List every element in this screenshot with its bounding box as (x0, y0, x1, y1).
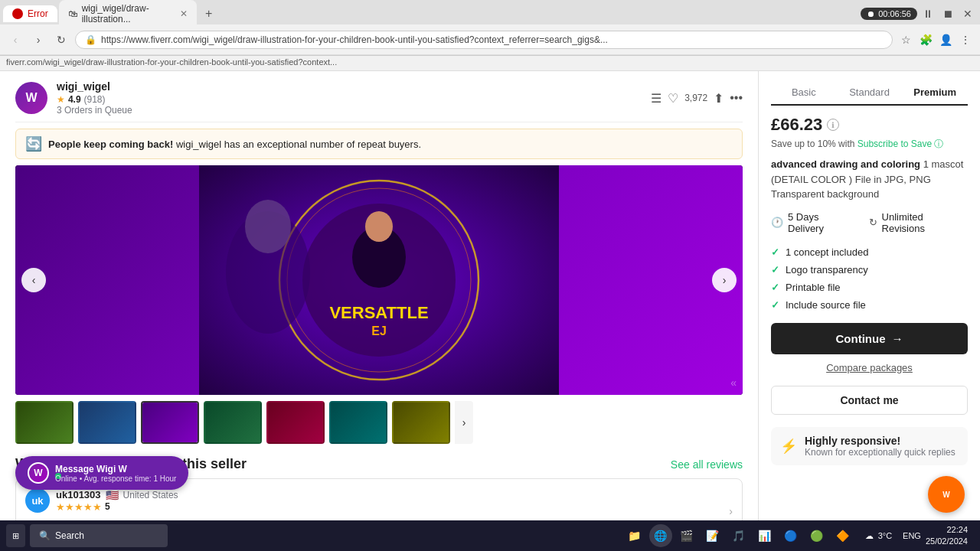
subscribe-to-save-link[interactable]: Subscribe to Save (858, 139, 932, 149)
wondershare-badge[interactable]: W (928, 476, 965, 513)
thumbnail-5[interactable] (266, 401, 325, 444)
taskbar: ⊞ 🔍 Search 📁 🌐 🎬 📝 🎵 📊 🔵 🟢 🔶 ☁ 3°C ENG 2… (0, 520, 980, 551)
package-description: advanced drawing and coloring 1 mascot (… (771, 157, 968, 202)
review-avatar: uk (25, 488, 50, 513)
status-bar: fiverr.com/wigi_wigel/draw-illustration-… (0, 56, 980, 71)
revisions-text: Unlimited Revisions (882, 211, 968, 234)
more-options-icon[interactable]: ••• (730, 91, 743, 105)
message-info: Message Wigi W Online • Avg. response ti… (55, 464, 176, 483)
watermark: « (730, 377, 737, 389)
review-rating: 5 (105, 501, 110, 512)
lightning-icon: ⚡ (780, 438, 797, 455)
bookmark-star-icon[interactable]: ☆ (897, 31, 914, 48)
feature-source: ✓ Include source file (771, 296, 968, 314)
thumbnail-3[interactable] (141, 401, 199, 444)
thumbnail-7[interactable] (392, 401, 450, 444)
seller-initials: W (25, 91, 37, 105)
taskbar-chrome-icon[interactable]: 🌐 (649, 524, 672, 547)
message-status: Online • Avg. response time: 1 Hour (55, 474, 176, 483)
banner-bold-text: People keep coming back! (48, 139, 173, 150)
feature-4-label: Include source file (786, 299, 866, 311)
seller-info-row: W wigi_wigel ★ 4.9 (918) 3 Orders in Que… (15, 71, 743, 122)
price-info-icon[interactable]: ℹ (827, 119, 839, 131)
check-icon-4: ✓ (771, 299, 779, 311)
window-close-btn[interactable]: ✕ (959, 5, 977, 23)
save-question-mark: ⓘ (934, 139, 943, 149)
likes-count: 3,972 (684, 93, 707, 103)
date-text: 25/02/2024 (926, 536, 968, 547)
menu-icon[interactable]: ☰ (651, 91, 662, 106)
browser-tab-error[interactable]: Error (3, 5, 57, 22)
like-icon[interactable]: ♡ (668, 91, 678, 106)
responsive-badge: ⚡ Highly responsive! Known for exception… (771, 427, 968, 465)
compare-packages-link[interactable]: Compare packages (771, 362, 968, 373)
taskbar-app-3-icon[interactable]: 📊 (753, 524, 776, 547)
toolbar-icons: ☆ 🧩 👤 ⋮ (897, 31, 974, 48)
seller-review-count: (918) (83, 94, 105, 105)
taskbar-media-icon[interactable]: 🎬 (675, 524, 698, 547)
user-profile-icon[interactable]: 👤 (937, 31, 954, 48)
browser-tab-main[interactable]: 🛍 wigi_wigel/draw-illustration... ✕ (59, 0, 197, 28)
system-tray: ☁ 3°C ENG 22:24 25/02/2024 (859, 524, 974, 548)
tab-close-icon[interactable]: ✕ (180, 8, 188, 19)
taskbar-pinned-icons: 📁 🌐 🎬 📝 🎵 📊 🔵 🟢 🔶 (623, 524, 854, 547)
thumbnail-2[interactable] (78, 401, 136, 444)
taskbar-app-2-icon[interactable]: 🎵 (727, 524, 750, 547)
feature-1-label: 1 concept included (786, 246, 868, 258)
thumbnail-next-button[interactable]: › (455, 401, 473, 444)
review-username-row: uk101303 🇺🇸 United States (56, 489, 178, 501)
message-avatar: W (28, 462, 49, 484)
review-next-arrow[interactable]: › (729, 505, 733, 517)
taskbar-app-4-icon[interactable]: 🔵 (779, 524, 802, 547)
pause-btn[interactable]: ⏸ (919, 5, 937, 23)
seller-meta: wigi_wigel ★ 4.9 (918) 3 Orders in Queue (57, 80, 642, 116)
review-flag: 🇺🇸 (106, 489, 119, 501)
back-button[interactable]: ‹ (6, 31, 24, 49)
thumbnail-4[interactable] (204, 401, 262, 444)
price-display: £66.23 (771, 115, 822, 135)
gallery-prev-button[interactable]: ‹ (21, 268, 46, 292)
check-icon-3: ✓ (771, 282, 779, 293)
stop-btn[interactable]: ⏹ (939, 5, 957, 23)
address-bar[interactable]: 🔒 https://www.fiverr.com/wigi_wigel/draw… (75, 31, 893, 49)
taskbar-search[interactable]: 🔍 Search (30, 524, 168, 547)
save-text: Save up to 10% with Subscribe to Save ⓘ (771, 138, 968, 151)
settings-dots-icon[interactable]: ⋮ (957, 31, 974, 48)
svg-text:EJ: EJ (371, 324, 387, 337)
taskbar-app-6-icon[interactable]: 🔶 (831, 524, 854, 547)
continue-arrow-icon: → (892, 332, 903, 345)
see-all-reviews-link[interactable]: See all reviews (671, 458, 743, 471)
price-row: £66.23 ℹ (771, 115, 968, 135)
share-icon[interactable]: ⬆ (714, 91, 724, 106)
search-magnifier-icon: 🔍 (39, 530, 51, 541)
reload-button[interactable]: ↻ (52, 31, 70, 49)
seller-rating: 4.9 (68, 94, 81, 105)
repeat-icon: 🔄 (25, 135, 42, 152)
message-float[interactable]: W Message Wigi W Online • Avg. response … (15, 456, 188, 490)
forward-button[interactable]: › (29, 31, 47, 49)
taskbar-app-1-icon[interactable]: 📝 (701, 524, 724, 547)
timer-display: 00:06:56 (878, 9, 911, 18)
taskbar-file-explorer-icon[interactable]: 📁 (623, 524, 646, 547)
language-display: ENG (903, 531, 921, 540)
start-button[interactable]: ⊞ (6, 524, 25, 547)
thumbnail-1[interactable] (15, 401, 74, 444)
url-display: https://www.fiverr.com/wigi_wigel/draw-i… (101, 34, 883, 45)
review-user-info: uk101303 🇺🇸 United States ★★★★★ 5 (56, 489, 178, 513)
thumbnail-6[interactable] (329, 401, 387, 444)
online-status: Online (55, 474, 77, 483)
continue-button[interactable]: Continue → (771, 323, 968, 354)
taskbar-app-5-icon[interactable]: 🟢 (805, 524, 828, 547)
new-tab-button[interactable]: + (198, 3, 220, 24)
feature-concept: ✓ 1 concept included (771, 243, 968, 261)
gallery-next-button[interactable]: › (712, 268, 737, 292)
svg-point-5 (365, 211, 393, 242)
tab-basic[interactable]: Basic (771, 80, 837, 106)
tab-standard[interactable]: Standard (837, 80, 903, 106)
seller-name: wigi_wigel (57, 80, 642, 93)
tab-premium[interactable]: Premium (902, 80, 968, 106)
extension-icon[interactable]: 🧩 (917, 31, 934, 48)
package-features-list: ✓ 1 concept included ✓ Logo transparency… (771, 243, 968, 314)
browser-tabs-bar: Error 🛍 wigi_wigel/draw-illustration... … (0, 0, 980, 24)
contact-me-button[interactable]: Contact me (771, 386, 968, 415)
